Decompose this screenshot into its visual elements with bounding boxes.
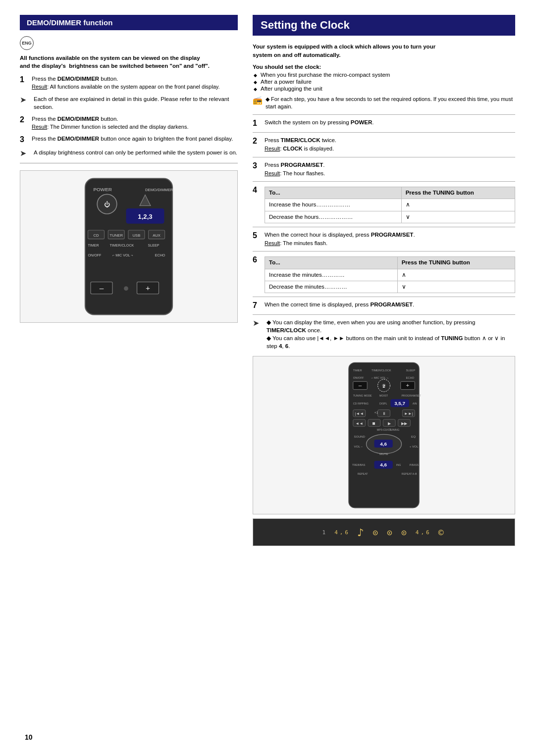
right-step-6: 6 To... Press the TUNING button Increase… [253, 255, 515, 293]
left-divider [20, 163, 238, 163]
step-3-num: 3 [20, 135, 29, 144]
col-tuning-6: Press the TUNING button [397, 257, 515, 269]
svg-text:3,5,7: 3,5,7 [394, 401, 405, 406]
note-content: ◆ For each step, you have a few seconds … [266, 96, 515, 111]
svg-text:PROGRAM/SET: PROGRAM/SET [402, 394, 422, 397]
action-increase-minutes: Increase the minutes………… [265, 269, 398, 281]
svg-text:1,2,3: 1,2,3 [138, 212, 152, 220]
arrow-1: ➤ Each of these are explained in detail … [20, 95, 238, 111]
svg-text:ECHO: ECHO [155, 253, 165, 257]
display-icon-4: ⊙ [401, 527, 409, 538]
svg-text:TUNER: TUNER [109, 233, 123, 238]
svg-text:SLEEP: SLEEP [148, 244, 160, 248]
svg-text:TIMER: TIMER [353, 369, 362, 372]
right-step-3-content: Press PROGRAM/SET. Result: The hour flas… [265, 161, 515, 178]
arrow-content-2: A display brightness control can only be… [34, 149, 238, 156]
svg-text:⏸: ⏸ [382, 411, 386, 416]
svg-text:TUNING MODE: TUNING MODE [353, 394, 372, 397]
table-row: Decrease the hours……………… ∨ [265, 211, 515, 223]
svg-text:DEMO/DIMMER: DEMO/DIMMER [145, 187, 173, 192]
svg-text:+ VOL: + VOL [410, 445, 419, 448]
right-step-4-num: 4 [253, 185, 262, 196]
step-1-num: 1 [20, 75, 29, 84]
svg-text:REPEAT: REPEAT [358, 472, 369, 475]
right-step-3: 3 Press PROGRAM/SET. Result: The hour fl… [253, 161, 515, 178]
bullet-2: After a power failure [261, 79, 515, 85]
svg-text:◄◄: ◄◄ [355, 421, 363, 426]
svg-text:⌐ MIC VOL ¬: ⌐ MIC VOL ¬ [112, 253, 133, 257]
divider-7 [253, 314, 515, 315]
divider-top [253, 114, 515, 115]
right-step-1-num: 1 [253, 118, 262, 129]
right-tip: ➤ ◆ You can display the time, even when … [253, 318, 515, 350]
display-badge-46a: 4,6 [334, 529, 350, 536]
col-to: To... [265, 187, 402, 199]
tip-content: ◆ You can display the time, even when yo… [267, 318, 515, 350]
svg-text:VOL –: VOL – [354, 445, 363, 448]
right-step-2: 2 Press TIMER/CLOCK twice. Result: CLOCK… [253, 136, 515, 153]
svg-text:–: – [359, 382, 362, 388]
svg-text:ON/OFF: ON/OFF [353, 377, 364, 380]
display-label-1: 1 [322, 529, 328, 536]
svg-text:⌐ MIC VOL ¬: ⌐ MIC VOL ¬ [372, 377, 388, 380]
left-intro: All functions available on the system ca… [20, 54, 238, 70]
svg-text:ING: ING [396, 464, 401, 467]
display-box: 1 4,6 ♪ ⊙ ⊙ ⊙ 4,6 © [253, 518, 515, 546]
right-step-6-num: 6 [253, 255, 262, 265]
right-step-7: 7 When the correct time is displayed, pr… [253, 301, 515, 311]
right-step-3-num: 3 [253, 161, 262, 171]
clock-intro: Your system is equipped with a clock whi… [253, 43, 515, 60]
arrow-icon-1: ➤ [20, 95, 31, 104]
arrow-content-1: Each of these are explained in detail in… [34, 95, 238, 111]
button-up-minutes: ∧ [397, 269, 515, 281]
step-2-num: 2 [20, 115, 29, 124]
display-content: 1 4,6 ♪ ⊙ ⊙ ⊙ 4,6 © [322, 526, 446, 539]
svg-text:TUNING: TUNING [389, 428, 399, 431]
svg-text:4,6: 4,6 [380, 441, 387, 447]
svg-text:AUX: AUX [153, 233, 160, 238]
bullet-list: When you first purchase the micro-compac… [261, 72, 515, 92]
step-4-table: To... Press the TUNING button Increase t… [265, 187, 515, 223]
left-section-title: DEMO/DIMMER function [20, 15, 238, 30]
divider-6 [253, 297, 515, 297]
table-row: Increase the hours……………… ∧ [265, 199, 515, 211]
svg-text:▶: ▶ [388, 421, 391, 426]
bullet-1: When you first purchase the micro-compac… [261, 72, 515, 78]
right-step-5-content: When the correct hour is displayed, pres… [265, 231, 515, 248]
col-to-6: To... [265, 257, 398, 269]
svg-text:REPEAT A-B: REPEAT A-B [402, 472, 417, 475]
right-step-6-content: To... Press the TUNING button Increase t… [265, 255, 515, 293]
divider-5 [253, 251, 515, 252]
svg-text:MOIST: MOIST [379, 394, 388, 397]
svg-text:►►|: ►►| [404, 411, 413, 416]
button-up-hours: ∧ [401, 199, 515, 211]
display-icon-2: ⊙ [373, 527, 380, 538]
divider-4 [253, 227, 515, 227]
step-3-content: Press the DEMO/DIMMER button once again … [32, 135, 238, 143]
action-decrease-minutes: Decrease the minutes………… [265, 281, 398, 293]
step-2-row: 2 Press the DEMO/DIMMER button. Result: … [20, 115, 238, 131]
svg-text:2: 2 [383, 384, 385, 389]
col-tuning: Press the TUNING button [401, 187, 515, 199]
svg-text:USB: USB [132, 233, 140, 238]
svg-text:CD: CD [93, 233, 99, 238]
right-step-5-num: 5 [253, 231, 262, 241]
step-2-content: Press the DEMO/DIMMER button. Result: Th… [32, 115, 238, 131]
right-step-2-content: Press TIMER/CLOCK twice. Result: CLOCK i… [265, 136, 515, 153]
remote-image-left: POWER DEMO/DIMMER ⏻ 1,2,3 CD TUNER USB A… [20, 170, 238, 323]
svg-text:+: + [406, 382, 410, 388]
tip-arrow-icon: ➤ [253, 318, 264, 328]
page-number: 10 [25, 733, 33, 741]
svg-text:CD RIPPING: CD RIPPING [353, 402, 369, 405]
svg-text:⏹: ⏹ [372, 421, 376, 426]
right-step-1: 1 Switch the system on by pressing POWER… [253, 118, 515, 129]
arrow-icon-2: ➤ [20, 149, 31, 158]
svg-text:4,6: 4,6 [380, 462, 387, 467]
clock-should: You should set the clock: [253, 64, 515, 70]
svg-text:TIMER: TIMER [88, 244, 99, 248]
left-column: DEMO/DIMMER function ENG All functions a… [20, 15, 238, 546]
display-badge-46b: 4,6 [416, 529, 431, 536]
right-section-title: Setting the Clock [253, 15, 515, 36]
svg-text:MUTE: MUTE [379, 452, 388, 455]
table-row: Increase the minutes………… ∧ [265, 269, 515, 281]
